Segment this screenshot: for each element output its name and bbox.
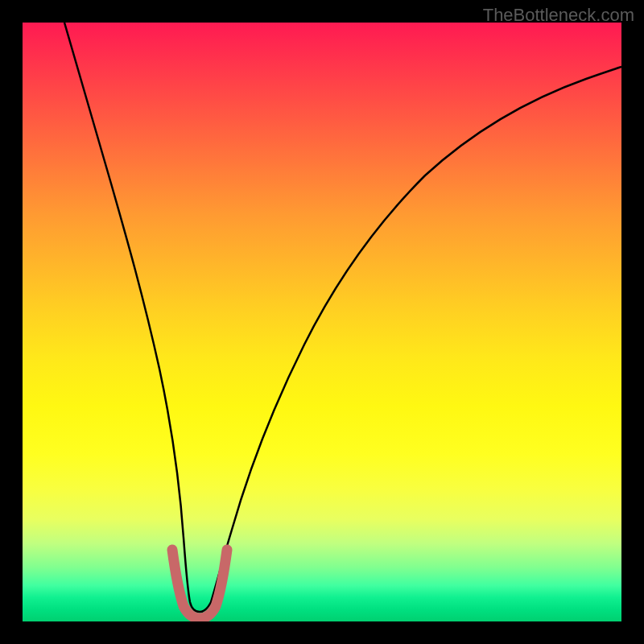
watermark-text: TheBottleneck.com [483,5,634,26]
chart-svg [23,23,621,621]
main-curve-path [64,23,621,612]
bottom-highlight-path [172,550,227,618]
plot-background [23,23,621,621]
